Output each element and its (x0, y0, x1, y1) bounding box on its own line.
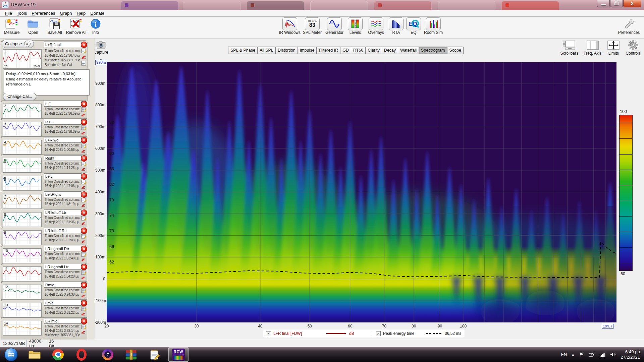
measurement-thumbnail[interactable]: 4 (3, 140, 42, 155)
restore-button[interactable] (610, 0, 623, 7)
measurement-name-input[interactable] (44, 318, 82, 324)
y-axis-max-field[interactable]: 998m (95, 60, 107, 65)
edit-notes-icon[interactable] (81, 252, 87, 257)
measurement-thumbnail[interactable]: 13 (3, 303, 42, 317)
measurement-item[interactable]: ✕ 10 Triton Crossfired corr.mc 16 Φεβ 20… (1, 245, 87, 263)
trace-edit-icon[interactable] (81, 276, 86, 279)
measurement-thumbnail[interactable]: 12 (3, 285, 42, 299)
measurement-name-input[interactable] (44, 282, 82, 288)
trace-edit-icon[interactable] (81, 168, 86, 171)
menu-item[interactable]: Donate (88, 10, 107, 16)
spl-meter-button[interactable]: dB SPL83 SPL Meter (302, 18, 322, 35)
measurement-item[interactable]: ✕ 14 Triton Crossfired corr.mc 16 Φεβ 20… (1, 317, 87, 340)
freq-axis-button[interactable]: Freq. Axis (584, 40, 601, 56)
measurement-item[interactable]: ✕ 5 Triton Crossfired corr.mc 16 Φεβ 202… (1, 155, 87, 173)
preferences-button[interactable]: Preferences (617, 18, 641, 35)
trace-edit-icon[interactable] (81, 258, 86, 261)
remove-measurement-button[interactable]: ✕ (81, 318, 87, 324)
edit-notes-icon[interactable] (81, 162, 87, 166)
measurement-name-input[interactable] (44, 155, 82, 161)
minimize-button[interactable] (597, 0, 610, 7)
action-center-flag-icon[interactable] (579, 352, 584, 357)
taskbar-browser-button[interactable] (98, 348, 117, 361)
trace-edit-icon[interactable] (81, 240, 86, 243)
measurement-thumbnail[interactable]: 14 (3, 321, 42, 336)
edit-notes-icon[interactable] (81, 125, 87, 130)
save-all-button[interactable]: Save All (45, 18, 64, 35)
change-cal-button[interactable]: Change Cal... (3, 93, 36, 100)
measurement-item[interactable]: ✕ 13 Triton Crossfired corr.mc 16 Φεβ 20… (1, 299, 87, 318)
start-button[interactable] (1, 348, 21, 361)
edit-notes-icon[interactable] (81, 270, 87, 275)
eq-button[interactable]: EQ EQ (406, 18, 421, 35)
taskbar-opera-button[interactable] (72, 348, 91, 361)
collapse-sidebar-button[interactable]: Collapse « (2, 40, 34, 48)
remove-measurement-button[interactable]: ✕ (81, 264, 87, 270)
graph-tab[interactable]: SPL & Phase (228, 47, 258, 54)
taskbar-clock[interactable]: 6:49 μμ 27/2/2021 (621, 349, 640, 360)
ir-windows-button[interactable]: IR Windows (279, 18, 300, 35)
measurement-selected[interactable]: ✕ 1 20 20,0k Triton Crossfired corr.mc 1… (1, 40, 88, 101)
open-button[interactable]: Open (23, 18, 43, 35)
remove-measurement-button[interactable]: ✕ (81, 173, 87, 180)
measurement-item[interactable]: ✕ 12 Triton Crossfired corr.mc 16 Φεβ 20… (1, 281, 87, 300)
graph-tab[interactable]: Scope (447, 47, 464, 54)
remove-measurement-button[interactable]: ✕ (81, 101, 87, 107)
info-button[interactable]: i Info (88, 18, 103, 35)
measurement-item[interactable]: ✕ 6 Triton Crossfired corr.mc 16 Φεβ 202… (1, 173, 87, 191)
remove-measurement-button[interactable]: ✕ (81, 119, 87, 125)
edit-notes-icon[interactable] (81, 324, 87, 329)
measurement-thumbnail[interactable]: 7 (3, 194, 42, 209)
measurement-thumbnail[interactable]: 8 (3, 212, 42, 227)
measurement-thumbnail[interactable]: 2 (3, 104, 42, 118)
graph-tab[interactable]: RT60 (351, 47, 366, 54)
graph-tab[interactable]: Decay (382, 47, 398, 54)
taskbar-explorer-button[interactable] (25, 348, 44, 361)
remove-measurement-button[interactable]: ✕ (81, 137, 87, 143)
controls-button[interactable]: Controls (626, 40, 641, 56)
taskbar-winrar-button[interactable] (121, 348, 141, 361)
language-indicator[interactable]: EN (561, 352, 567, 357)
measurement-thumbnail[interactable]: 1 20 20,0k (3, 49, 42, 69)
graph-tab[interactable]: GD (340, 47, 351, 54)
capture-button[interactable]: Capture (94, 41, 108, 55)
measure-button[interactable]: Measure (2, 18, 21, 35)
legend-checkbox[interactable]: ✓ (376, 331, 381, 336)
measurement-item[interactable]: ✕ 11 Triton Crossfired corr.mc 16 Φεβ 20… (1, 263, 87, 282)
trace-edit-icon[interactable] (81, 113, 86, 116)
measurement-item[interactable]: ✕ 8 Triton Crossfired corr.mc 16 Φεβ 202… (1, 209, 87, 227)
measurement-name-input[interactable] (44, 209, 82, 215)
remove-measurement-button[interactable]: ✕ (81, 155, 87, 162)
edit-notes-icon[interactable] (81, 107, 87, 112)
overlays-button[interactable]: Overlays (366, 18, 386, 35)
remove-measurement-button[interactable]: ✕ (81, 300, 87, 306)
measurement-name-input[interactable] (44, 246, 82, 251)
measurement-name-input[interactable] (44, 264, 82, 269)
spectrogram-canvas[interactable] (107, 62, 616, 322)
taskbar-rew-button[interactable]: REWV5.1 (168, 347, 189, 362)
power-icon[interactable] (589, 352, 595, 357)
trace-edit-icon[interactable] (81, 131, 86, 134)
measurement-item[interactable]: ✕ 3 Triton Crossfired corr.mc 16 Φεβ 202… (1, 118, 87, 137)
measurement-name-input[interactable] (44, 228, 82, 233)
remove-all-button[interactable]: Remove All (66, 18, 86, 35)
edit-notes-icon[interactable] (81, 49, 87, 53)
network-signal-icon[interactable] (599, 352, 605, 357)
measurement-item[interactable]: ✕ 9 Triton Crossfired corr.mc 16 Φεβ 202… (1, 227, 87, 245)
edit-notes-icon[interactable] (81, 234, 87, 239)
scrollbars-button[interactable]: Scrollbars (560, 40, 578, 56)
measurement-name-input[interactable] (44, 42, 82, 47)
edit-notes-icon[interactable] (81, 180, 87, 184)
limits-button[interactable]: Limits (607, 40, 620, 56)
edit-notes-icon[interactable] (81, 143, 87, 148)
measurement-thumbnail[interactable]: 6 (3, 176, 42, 191)
measurement-name-input[interactable] (44, 101, 82, 107)
trace-edit-icon[interactable] (81, 186, 86, 189)
measurement-thumbnail[interactable]: 9 (3, 230, 42, 245)
measurement-info-icon[interactable] (81, 61, 86, 66)
graph-tab[interactable]: Distortion (275, 47, 298, 54)
menu-item[interactable]: File (3, 10, 14, 16)
edit-notes-icon[interactable] (81, 306, 87, 311)
measurement-item[interactable]: ✕ 4 Triton Crossfired corr.mc 16 Φεβ 202… (1, 136, 87, 155)
trace-edit-icon[interactable] (81, 204, 86, 207)
